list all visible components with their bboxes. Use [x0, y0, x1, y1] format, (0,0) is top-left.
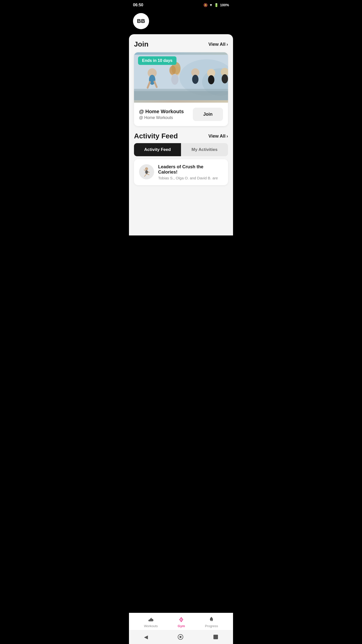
join-challenge-button[interactable]: Join: [193, 108, 223, 121]
tab-activity-feed[interactable]: Activity Feed: [134, 143, 181, 156]
challenge-image: Ends in 10 days: [134, 52, 228, 103]
challenge-subtitle: @ Home Workouts: [139, 115, 184, 120]
join-view-all-label: View All: [208, 42, 225, 47]
status-bar: 06:50 🔕 ▼ 🔋 100%: [129, 0, 233, 10]
svg-point-26: [145, 170, 148, 174]
status-right: 🔕 ▼ 🔋 100%: [203, 3, 229, 7]
svg-point-11: [169, 66, 176, 75]
join-view-all-button[interactable]: View All ›: [208, 42, 228, 47]
challenge-card: Ends in 10 days @ Home Workouts @ Home W…: [134, 52, 228, 126]
battery-percent: 100%: [220, 3, 229, 7]
ends-badge: Ends in 10 days: [138, 56, 176, 65]
svg-point-14: [192, 75, 198, 84]
activity-view-all-label: View All: [208, 134, 225, 139]
challenge-info: @ Home Workouts @ Home Workouts Join: [134, 103, 228, 126]
activity-tabs: Activity Feed My Activities: [134, 143, 228, 156]
svg-rect-4: [134, 91, 228, 100]
activity-feed-section: Activity Feed View All › Activity Feed M…: [129, 130, 233, 189]
wifi-icon: ▼: [209, 3, 213, 7]
battery-icon: 🔋: [214, 3, 218, 7]
activity-avatar-image: [141, 166, 153, 178]
svg-point-12: [171, 74, 178, 85]
chevron-right-icon: ›: [227, 42, 228, 47]
join-title: Join: [134, 40, 149, 48]
join-section-header: Join View All ›: [134, 40, 228, 48]
status-time: 06:50: [133, 3, 143, 7]
activity-section-header: Activity Feed View All ›: [134, 132, 228, 140]
activity-card: Leaders of Crush the Calories! Tobias S.…: [134, 159, 228, 185]
main-content: Join View All ›: [129, 34, 233, 235]
mute-icon: 🔕: [203, 3, 208, 7]
avatar-initials: BB: [137, 18, 145, 24]
svg-point-18: [222, 74, 228, 83]
tab-my-activities[interactable]: My Activities: [181, 143, 228, 156]
challenge-name: @ Home Workouts: [139, 109, 184, 114]
activity-card-text: Leaders of Crush the Calories! Tobias S.…: [158, 164, 223, 180]
svg-point-16: [208, 75, 214, 84]
challenge-text: @ Home Workouts @ Home Workouts: [139, 109, 184, 120]
activity-card-title: Leaders of Crush the Calories!: [158, 164, 223, 175]
avatar[interactable]: BB: [133, 13, 149, 29]
activity-feed-title: Activity Feed: [134, 132, 178, 140]
activity-view-all-button[interactable]: View All ›: [208, 134, 228, 139]
activity-avatar: [139, 164, 154, 179]
header-bar: BB: [129, 10, 233, 34]
activity-chevron-right-icon: ›: [227, 134, 228, 139]
svg-point-20: [145, 167, 148, 170]
join-section: Join View All ›: [129, 34, 233, 130]
activity-card-subtitle: Tobias S., Olga O. and David B. are: [158, 176, 223, 180]
